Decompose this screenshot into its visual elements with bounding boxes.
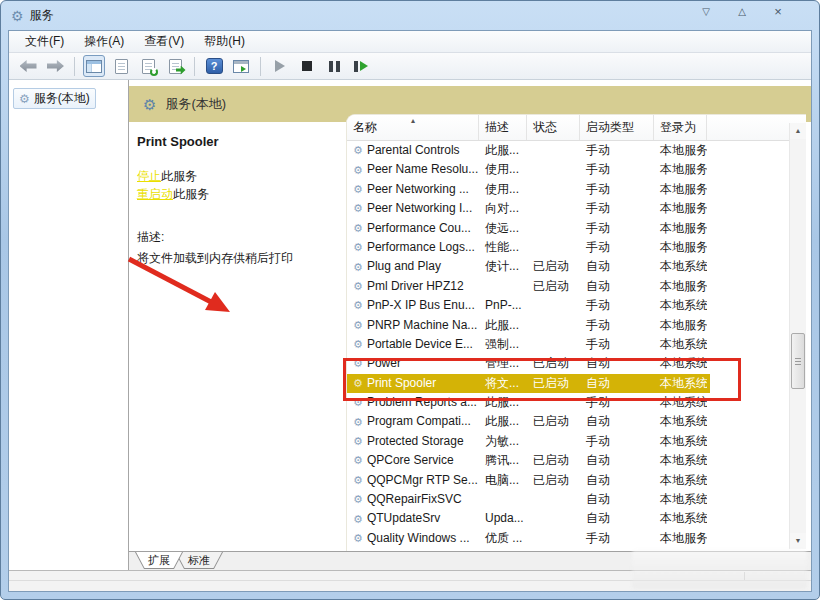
- service-gear-icon: ⚙: [353, 203, 363, 214]
- tab-standard[interactable]: 标准: [175, 552, 223, 569]
- row-status: [527, 509, 580, 528]
- table-row[interactable]: ⚙Performance Cou... 使远... 手动 本地服务: [347, 219, 806, 238]
- table-row[interactable]: ⚙Print Spooler 将文... 已启动 自动 本地系统: [347, 374, 806, 393]
- restart-service-button[interactable]: [350, 55, 372, 77]
- show-action-pane-button[interactable]: [230, 55, 252, 77]
- row-name: Print Spooler: [367, 374, 436, 393]
- table-row[interactable]: ⚙Pml Driver HPZ12 已启动 自动 本地服务: [347, 277, 806, 296]
- row-startup-type: 自动: [580, 277, 654, 296]
- services-gear-icon: ⚙: [19, 93, 30, 105]
- table-row[interactable]: ⚙QQPCMgr RTP Se... 电脑... 已启动 自动 本地系统: [347, 471, 806, 490]
- main-body: ⚙ 服务(本地) ⚙ 服务(本地) Print Spooler 停止此服务 重启…: [9, 80, 811, 570]
- row-status: 已启动: [527, 354, 580, 373]
- row-logon-as: 本地服务: [654, 199, 707, 218]
- row-logon-as: 本地服务: [654, 160, 707, 179]
- vertical-scrollbar[interactable]: ▲ ▼: [789, 123, 806, 549]
- table-row[interactable]: ⚙Power 管理... 已启动 自动 本地系统: [347, 354, 806, 373]
- table-row[interactable]: ⚙Problem Reports a... 此服... 手动 本地系统: [347, 393, 806, 412]
- window-title: 服务: [30, 7, 54, 24]
- table-row[interactable]: ⚙Program Compati... 此服... 已启动 自动 本地系统: [347, 412, 806, 431]
- column-header-status[interactable]: 状态: [527, 115, 580, 140]
- tree-item-services-local[interactable]: ⚙ 服务(本地): [13, 88, 96, 109]
- row-startup-type: 自动: [580, 509, 654, 528]
- export-list-button[interactable]: [164, 55, 186, 77]
- row-description: 此服...: [479, 393, 527, 412]
- row-name: Power: [367, 354, 401, 373]
- menu-file[interactable]: 文件(F): [15, 31, 74, 52]
- row-description: 电脑...: [479, 471, 527, 490]
- row-name: Peer Networking ...: [367, 180, 469, 199]
- menu-action[interactable]: 操作(A): [74, 31, 134, 52]
- table-row[interactable]: ⚙Peer Networking ... 使用... 手动 本地服务: [347, 180, 806, 199]
- row-description: 优质 ...: [479, 529, 527, 548]
- stop-service-link[interactable]: 停止: [137, 169, 161, 183]
- titlebar[interactable]: ⚙ 服务 ▽ △ ×: [1, 1, 819, 30]
- table-row[interactable]: ⚙Parental Controls 此服... 手动 本地服务: [347, 141, 806, 160]
- row-description: 为敏...: [479, 432, 527, 451]
- service-gear-icon: ⚙: [353, 494, 363, 505]
- table-row[interactable]: ⚙Peer Name Resolu... 使用... 手动 本地服务: [347, 160, 806, 179]
- table-row[interactable]: ⚙Quality Windows ... 优质 ... 手动 本地服务: [347, 529, 806, 548]
- show-console-tree-button[interactable]: [83, 55, 105, 77]
- table-row[interactable]: ⚙Plug and Play 使计... 已启动 自动 本地系统: [347, 257, 806, 276]
- table-row[interactable]: ⚙Protected Storage 为敏... 手动 本地系统: [347, 432, 806, 451]
- services-gear-icon: ⚙: [143, 97, 156, 112]
- row-name: Plug and Play: [367, 257, 441, 276]
- column-header-description[interactable]: 描述: [479, 115, 527, 140]
- restart-service-link[interactable]: 重启动: [137, 187, 173, 201]
- back-button[interactable]: [17, 55, 39, 77]
- service-gear-icon: ⚙: [353, 455, 363, 466]
- row-startup-type: 手动: [580, 238, 654, 257]
- start-service-button[interactable]: [269, 55, 291, 77]
- row-startup-type: 自动: [580, 374, 654, 393]
- stop-service-icon: [302, 61, 312, 71]
- row-startup-type: 自动: [580, 451, 654, 470]
- row-logon-as: 本地服务: [654, 529, 707, 548]
- pause-service-button[interactable]: [323, 55, 345, 77]
- maximize-button[interactable]: △: [729, 4, 755, 20]
- row-startup-type: 自动: [580, 354, 654, 373]
- tab-extended[interactable]: 扩展: [135, 552, 183, 569]
- column-header-logon-as[interactable]: 登录为: [654, 115, 707, 140]
- properties-button[interactable]: [110, 55, 132, 77]
- service-gear-icon: ⚙: [353, 262, 363, 273]
- row-logon-as: 本地系统: [654, 257, 707, 276]
- table-row[interactable]: ⚙Peer Networking I... 向对... 手动 本地服务: [347, 199, 806, 218]
- row-description: 腾讯...: [479, 451, 527, 470]
- row-name: Protected Storage: [367, 432, 464, 451]
- service-gear-icon: ⚙: [353, 300, 363, 311]
- table-row[interactable]: ⚙QTUpdateSrv Upda... 自动 本地系统: [347, 509, 806, 528]
- table-row[interactable]: ⚙PNRP Machine Na... 此服... 手动 本地服务: [347, 316, 806, 335]
- table-row[interactable]: ⚙Performance Logs... 性能... 手动 本地服务: [347, 238, 806, 257]
- toolbar-separator: [74, 57, 75, 76]
- column-header-name[interactable]: 名称 ▴: [347, 115, 479, 140]
- minimize-button[interactable]: ▽: [693, 4, 719, 20]
- forward-button[interactable]: [44, 55, 66, 77]
- menu-view[interactable]: 查看(V): [134, 31, 194, 52]
- close-button[interactable]: ×: [765, 4, 791, 20]
- scroll-up-button[interactable]: ▲: [790, 123, 806, 139]
- refresh-button[interactable]: [137, 55, 159, 77]
- column-header-startup-type[interactable]: 启动类型: [580, 115, 654, 140]
- table-row[interactable]: ⚙PnP-X IP Bus Enu... PnP-... 手动 本地系统: [347, 296, 806, 315]
- row-status: 已启动: [527, 257, 580, 276]
- row-description: 此服...: [479, 412, 527, 431]
- table-row[interactable]: ⚙QPCore Service 腾讯... 已启动 自动 本地系统: [347, 451, 806, 470]
- table-header: 名称 ▴ 描述 状态 启动类型 登录为: [347, 115, 806, 141]
- service-gear-icon: ⚙: [353, 378, 363, 389]
- help-button[interactable]: ?: [203, 55, 225, 77]
- table-row[interactable]: ⚙Portable Device E... 强制... 手动 本地系统: [347, 335, 806, 354]
- row-startup-type: 手动: [580, 316, 654, 335]
- forward-arrow-icon: [47, 60, 64, 72]
- row-startup-type: 手动: [580, 529, 654, 548]
- console-tree-panel: ⚙ 服务(本地): [9, 80, 129, 570]
- row-startup-type: 手动: [580, 219, 654, 238]
- row-name: Performance Cou...: [367, 219, 471, 238]
- menu-help[interactable]: 帮助(H): [194, 31, 255, 52]
- table-row[interactable]: ⚙QQRepairFixSVC 自动 本地系统: [347, 490, 806, 509]
- row-name: Portable Device E...: [367, 335, 473, 354]
- row-logon-as: 本地服务: [654, 316, 707, 335]
- scroll-down-button[interactable]: ▼: [790, 533, 806, 549]
- stop-service-button[interactable]: [296, 55, 318, 77]
- scrollbar-thumb[interactable]: [791, 333, 805, 389]
